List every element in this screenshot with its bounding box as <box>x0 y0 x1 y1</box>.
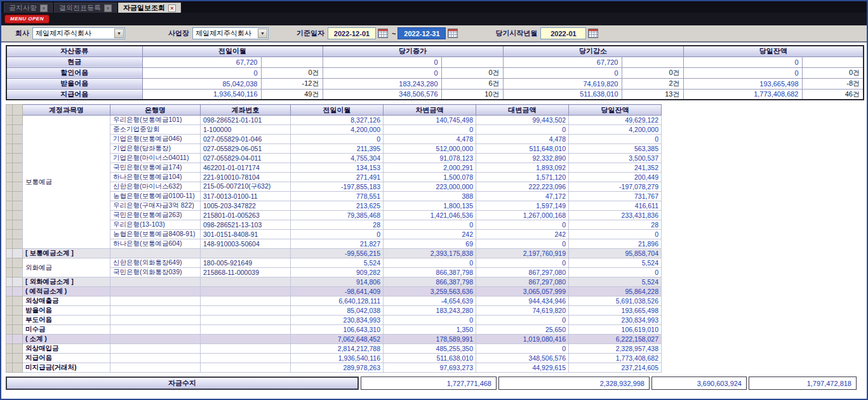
row-selector[interactable] <box>13 201 23 211</box>
row-selector[interactable] <box>6 363 13 373</box>
row-selector[interactable] <box>6 354 13 363</box>
row-selector[interactable] <box>13 277 23 287</box>
bank-name <box>110 325 201 335</box>
row-selector[interactable] <box>13 268 23 277</box>
summary-count: 6건 <box>441 78 503 89</box>
row-selector[interactable] <box>13 144 23 154</box>
row-selector[interactable] <box>13 258 23 268</box>
row-selector[interactable] <box>13 154 23 163</box>
summary-amount: 0 <box>503 67 622 78</box>
row-selector[interactable] <box>13 344 23 354</box>
amount-cell: 2,328,957,438 <box>569 344 662 354</box>
row-selector[interactable] <box>6 325 13 335</box>
date-to-input[interactable]: 2022-12-31 <box>397 27 446 39</box>
menu-open-button[interactable]: MENU OPEN <box>4 15 50 23</box>
row-selector[interactable] <box>13 325 23 335</box>
account-name: 외화예금 <box>23 258 110 277</box>
row-selector[interactable] <box>6 163 13 173</box>
detail-col-header: 은행명 <box>110 105 201 116</box>
row-selector[interactable] <box>13 220 23 230</box>
summary-count: 0건 <box>802 67 864 78</box>
summary-count: 10건 <box>441 89 503 100</box>
row-selector[interactable] <box>6 287 13 297</box>
amount-cell: -4,654,639 <box>384 297 476 306</box>
bank-name <box>110 249 201 258</box>
tab-1[interactable]: 공지사항× <box>4 3 53 13</box>
calendar-icon[interactable] <box>588 29 598 38</box>
row-selector[interactable] <box>6 306 13 316</box>
row-selector[interactable] <box>6 125 13 135</box>
chevron-down-icon[interactable]: ▼ <box>258 29 267 38</box>
chevron-down-icon[interactable]: ▼ <box>114 29 124 38</box>
amount-cell: 106,619,010 <box>569 325 662 335</box>
calendar-icon[interactable] <box>448 29 458 38</box>
summary-row: 현금67,720067,7200 <box>6 57 864 67</box>
summary-amount: 67,720 <box>503 57 622 67</box>
amount-cell: 909,282 <box>291 268 384 277</box>
row-selector[interactable] <box>13 173 23 182</box>
footer-total-cell: 3,690,603,924 <box>651 377 747 390</box>
close-icon[interactable]: × <box>40 4 48 12</box>
row-selector[interactable] <box>13 116 23 125</box>
row-selector[interactable] <box>6 239 13 249</box>
close-icon[interactable]: × <box>104 4 112 12</box>
summary-count: 49건 <box>261 89 323 100</box>
row-selector[interactable] <box>13 335 23 344</box>
row-selector[interactable] <box>13 163 23 173</box>
row-selector[interactable] <box>6 344 13 354</box>
date-from-input[interactable]: 2022-12-01 <box>328 27 376 39</box>
row-selector[interactable] <box>13 354 23 363</box>
site-select[interactable]: 제일제지주식회사 ▼ <box>192 27 269 39</box>
row-selector[interactable] <box>6 335 13 344</box>
row-selector[interactable] <box>13 239 23 249</box>
summary-amount: 67,720 <box>142 57 261 67</box>
row-selector[interactable] <box>6 154 13 163</box>
bank-name: 국민은행(외화통장039) <box>110 268 201 277</box>
row-selector[interactable] <box>6 173 13 182</box>
tab-3[interactable]: 자금일보조회× <box>118 3 181 13</box>
row-selector[interactable] <box>13 249 23 258</box>
row-selector[interactable] <box>6 211 13 220</box>
amount-cell: 178,589,991 <box>384 335 476 344</box>
detail-row: 미지급금(거래처)289,978,26397,693,27344,929,615… <box>6 363 662 373</box>
amount-cell: 4,478 <box>476 135 569 144</box>
row-selector[interactable] <box>6 277 13 287</box>
row-selector[interactable] <box>13 192 23 201</box>
row-selector[interactable] <box>13 316 23 325</box>
row-selector[interactable] <box>6 258 13 268</box>
period-start-input[interactable]: 2022-01 <box>540 27 586 39</box>
row-selector[interactable] <box>6 182 13 192</box>
bank-name <box>110 297 201 306</box>
summary-count <box>802 57 864 67</box>
row-selector[interactable] <box>6 297 13 306</box>
company-select[interactable]: 제일제지주식회사 ▼ <box>32 27 125 39</box>
row-selector[interactable] <box>13 297 23 306</box>
calendar-icon[interactable] <box>378 29 388 38</box>
tab-2[interactable]: 결의전표등록× <box>54 3 117 13</box>
amount-cell: 944,434,946 <box>476 297 569 306</box>
row-selector[interactable] <box>6 135 13 144</box>
account-number <box>201 354 291 363</box>
row-selector[interactable] <box>6 201 13 211</box>
row-selector[interactable] <box>6 268 13 277</box>
row-selector[interactable] <box>6 249 13 258</box>
row-selector[interactable] <box>6 144 13 154</box>
row-selector[interactable] <box>13 363 23 373</box>
row-selector[interactable] <box>13 125 23 135</box>
row-selector[interactable] <box>6 316 13 325</box>
row-selector[interactable] <box>13 135 23 144</box>
detail-col-header: 전일이월 <box>291 105 384 116</box>
detail-row: 지급어음1,936,540,116511,638,010348,506,5761… <box>6 354 662 363</box>
row-selector[interactable] <box>13 182 23 192</box>
close-icon[interactable]: × <box>168 4 176 12</box>
row-selector[interactable] <box>6 220 13 230</box>
summary-count: 13건 <box>622 89 683 100</box>
row-selector[interactable] <box>13 287 23 297</box>
row-selector[interactable] <box>6 230 13 239</box>
row-selector[interactable] <box>13 306 23 316</box>
row-selector[interactable] <box>6 116 13 125</box>
row-selector[interactable] <box>13 230 23 239</box>
row-selector[interactable] <box>6 192 13 201</box>
row-selector[interactable] <box>13 211 23 220</box>
summary-amount: 348,506,576 <box>323 89 441 100</box>
